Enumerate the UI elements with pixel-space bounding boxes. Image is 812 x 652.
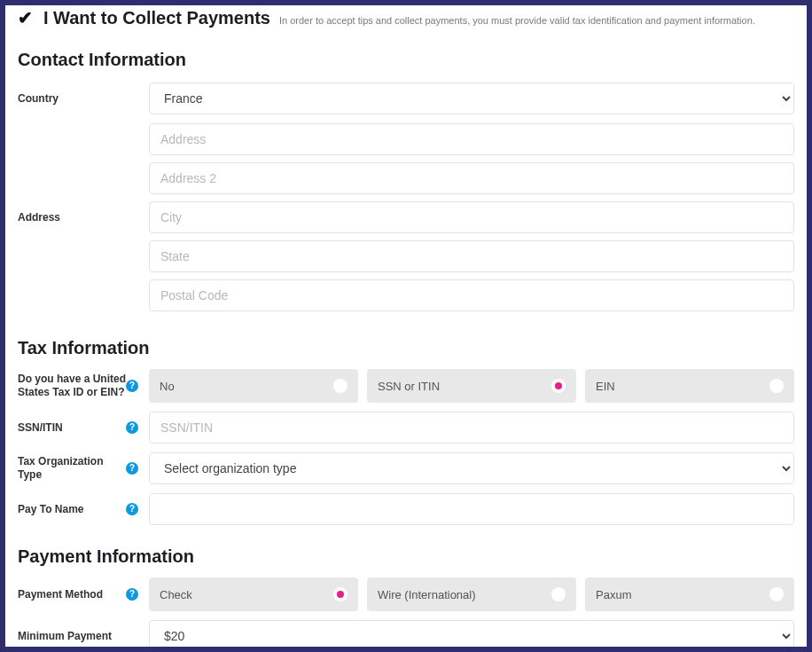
radio-label: EIN	[596, 380, 615, 393]
tax-option-ssn[interactable]: SSN or ITIN	[367, 369, 576, 403]
radio-label: SSN or ITIN	[378, 380, 440, 393]
state-input[interactable]	[149, 240, 794, 272]
help-icon[interactable]: ?	[126, 503, 138, 515]
radio-dot	[769, 587, 784, 601]
tax-option-ein[interactable]: EIN	[585, 369, 794, 403]
taxid-question-label: Do you have a United States Tax ID or EI…	[18, 373, 129, 399]
org-type-select[interactable]: Select organization type	[149, 452, 794, 484]
min-payment-select[interactable]: $20	[149, 620, 794, 647]
payto-label: Pay To Name	[18, 503, 129, 516]
help-icon[interactable]: ?	[126, 380, 138, 392]
country-label: Country	[18, 92, 129, 106]
radio-dot	[551, 379, 566, 393]
payment-section-title: Payment Information	[18, 546, 794, 567]
help-icon[interactable]: ?	[126, 421, 138, 434]
page-subtitle: In order to accept tips and collect paym…	[279, 15, 755, 26]
address2-input[interactable]	[149, 162, 794, 194]
payment-option-check[interactable]: Check	[149, 577, 358, 611]
payment-option-paxum[interactable]: Paxum	[585, 577, 794, 611]
min-payment-label: Minimum Payment	[18, 630, 129, 643]
radio-dot	[769, 379, 784, 393]
org-type-label: Tax Organization Type	[18, 455, 129, 482]
address-label: Address	[18, 211, 129, 224]
radio-dot	[333, 379, 347, 393]
radio-label: No	[160, 380, 175, 393]
help-icon[interactable]: ?	[126, 588, 138, 601]
postal-input[interactable]	[149, 279, 794, 311]
address-input[interactable]	[149, 123, 794, 155]
radio-dot	[551, 587, 566, 601]
ssn-input[interactable]	[149, 412, 794, 444]
payment-method-label: Payment Method	[18, 588, 129, 601]
city-input[interactable]	[149, 201, 794, 233]
help-icon[interactable]: ?	[126, 462, 138, 475]
contact-section-title: Contact Information	[18, 50, 794, 70]
radio-label: Paxum	[596, 588, 631, 601]
payment-option-wire[interactable]: Wire (International)	[367, 577, 576, 611]
radio-label: Check	[160, 588, 192, 601]
tax-option-no[interactable]: No	[149, 369, 358, 403]
payto-input[interactable]	[149, 493, 794, 525]
ssn-label: SSN/ITIN	[18, 421, 129, 435]
country-select[interactable]: France	[149, 82, 794, 114]
radio-dot	[333, 587, 347, 601]
checkmark-icon: ✔	[18, 7, 33, 28]
radio-label: Wire (International)	[378, 588, 476, 601]
page-title: I Want to Collect Payments	[43, 8, 270, 28]
tax-section-title: Tax Information	[18, 338, 794, 358]
